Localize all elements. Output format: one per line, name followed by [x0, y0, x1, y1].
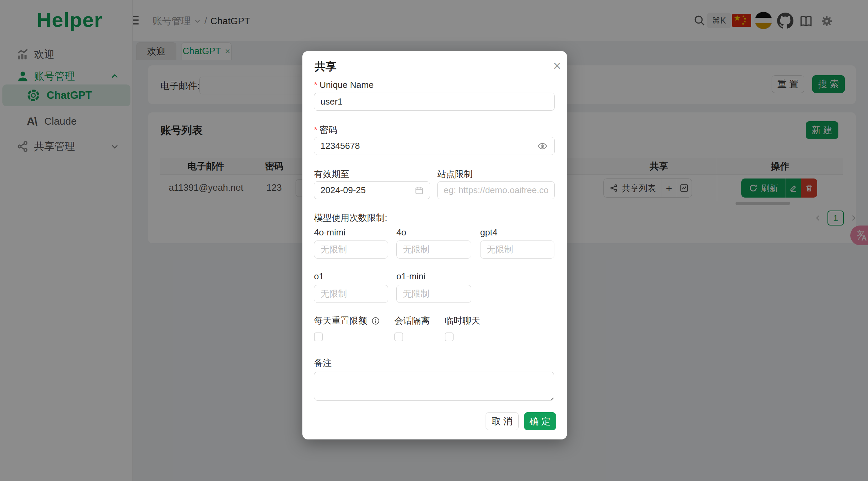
info-icon[interactable] — [371, 316, 380, 325]
temporary-chat-checkbox[interactable] — [445, 332, 454, 341]
note-textarea[interactable] — [314, 372, 554, 401]
model-label: o1-mini — [396, 271, 425, 282]
password-input[interactable] — [314, 137, 555, 155]
model-label: o1 — [314, 271, 324, 282]
unique-name-label: *Unique Name — [314, 80, 374, 90]
session-isolation-checkbox[interactable] — [394, 332, 403, 341]
password-label: *密码 — [314, 124, 337, 136]
unique-name-input[interactable] — [314, 93, 555, 111]
temporary-chat-label: 临时聊天 — [445, 315, 480, 327]
session-isolation-label: 会话隔离 — [394, 315, 430, 327]
model-label: 4o — [396, 227, 406, 238]
model-limit-input-gpt4[interactable] — [480, 240, 554, 259]
valid-until-label: 有效期至 — [314, 168, 349, 180]
model-limit-input-4o[interactable] — [396, 240, 471, 259]
daily-reset-label: 每天重置限额 — [314, 315, 380, 327]
eye-icon[interactable] — [537, 142, 548, 151]
note-label: 备注 — [314, 357, 332, 369]
site-limit-label: 站点限制 — [437, 168, 473, 180]
valid-until-date-input[interactable] — [314, 181, 430, 199]
daily-reset-checkbox[interactable] — [314, 332, 323, 341]
calendar-icon[interactable] — [415, 186, 424, 195]
model-label: gpt4 — [480, 227, 498, 238]
required-mark: * — [314, 80, 317, 90]
model-limits-label: 模型使用次数限制: — [314, 212, 387, 224]
site-limit-input[interactable] — [437, 181, 555, 199]
model-limit-input-o1[interactable] — [314, 285, 388, 303]
close-icon[interactable]: × — [549, 58, 565, 74]
cancel-button[interactable]: 取 消 — [486, 412, 519, 430]
required-mark: * — [314, 125, 317, 135]
model-limit-input-o1-mini[interactable] — [396, 285, 471, 303]
model-label: 4o-mimi — [314, 227, 345, 238]
modal-title: 共享 — [315, 59, 336, 74]
model-limit-input-4o-mimi[interactable] — [314, 240, 388, 259]
share-modal: 共享 × *Unique Name *密码 有效期至 站点限制 模型使用次数限制… — [302, 51, 567, 439]
confirm-button[interactable]: 确 定 — [524, 412, 556, 430]
